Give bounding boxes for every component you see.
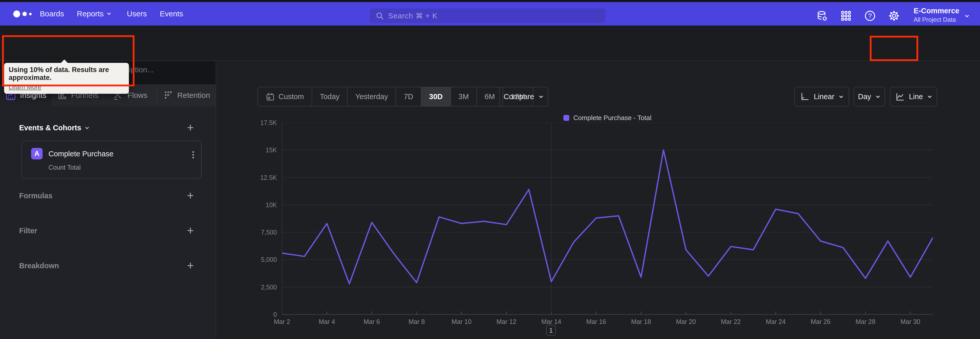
x-axis-tick-label: Mar 2 xyxy=(274,318,290,325)
divider xyxy=(216,61,216,339)
event-name[interactable]: Complete Purchase xyxy=(48,150,114,158)
x-axis-tick-label: Mar 6 xyxy=(364,318,380,325)
range-button-30d[interactable]: 30D xyxy=(422,87,451,106)
event-options-icon[interactable] xyxy=(192,150,194,160)
chevron-down-icon xyxy=(538,94,544,100)
y-axis-tick-label: 15K xyxy=(249,146,277,154)
x-axis-tick-label: Mar 4 xyxy=(319,318,335,325)
settings-gear-icon[interactable] xyxy=(888,10,900,22)
interval-select[interactable]: Day xyxy=(854,87,885,107)
project-switcher[interactable]: E-Commerce All Project Data xyxy=(914,6,959,23)
interval-label: Day xyxy=(858,93,871,101)
chevron-down-icon xyxy=(838,94,844,100)
scale-label: Linear xyxy=(814,93,835,101)
top-navbar: Boards Reports Users Events Search ⌘ + K… xyxy=(0,2,980,26)
x-axis-tick-label: Mar 8 xyxy=(409,318,425,325)
range-label: Today xyxy=(320,93,339,101)
report-header: Untitled Sampled + Add description... ••… xyxy=(0,26,980,61)
event-card[interactable]: A Complete Purchase Count Total xyxy=(21,141,202,179)
series-letter-badge: A xyxy=(31,148,43,160)
sampling-tooltip: Using 10% of data. Results are approxima… xyxy=(4,63,129,94)
tooltip-text: Using 10% of data. Results are approxima… xyxy=(9,66,124,82)
help-icon[interactable]: ? xyxy=(864,10,876,22)
range-button-yesterday[interactable]: Yesterday xyxy=(348,87,396,106)
x-axis-tick-label: Mar 26 xyxy=(811,318,830,325)
nav-label: Reports xyxy=(77,10,103,18)
tab-retention[interactable]: Retention xyxy=(157,84,216,106)
date-range-control: CustomTodayYesterday7D30D3M6M12M xyxy=(258,87,533,107)
data-management-icon[interactable] xyxy=(816,10,828,22)
nav-label: Users xyxy=(127,10,147,18)
range-button-today[interactable]: Today xyxy=(312,87,348,106)
line-chart[interactable] xyxy=(282,123,933,315)
legend-label: Complete Purchase - Total xyxy=(573,114,652,122)
range-button-3m[interactable]: 3M xyxy=(451,87,477,106)
nav-item-events[interactable]: Events xyxy=(160,2,183,26)
project-name: E-Commerce xyxy=(914,6,959,15)
chevron-down-icon xyxy=(106,11,112,17)
compare-label: Compare xyxy=(504,93,534,101)
chart-legend[interactable]: Complete Purchase - Total xyxy=(563,114,652,122)
pagination-page-1[interactable]: 1 xyxy=(546,325,556,336)
section-label: Events & Cohorts xyxy=(19,124,81,132)
line-chart-icon xyxy=(895,92,905,102)
compare-button[interactable]: Compare xyxy=(499,87,548,107)
add-filter-button[interactable]: + xyxy=(184,225,197,237)
range-button-7d[interactable]: 7D xyxy=(396,87,422,106)
x-axis-tick-label: Mar 18 xyxy=(631,318,651,325)
y-axis-tick-label: 12.5K xyxy=(249,174,277,181)
nav-label: Events xyxy=(160,10,183,18)
chevron-down-icon xyxy=(964,13,970,19)
range-label: Custom xyxy=(278,93,304,101)
search-icon xyxy=(375,11,384,20)
svg-text:?: ? xyxy=(868,12,872,19)
range-button-custom[interactable]: Custom xyxy=(258,87,312,106)
project-scope: All Project Data xyxy=(914,16,959,23)
range-label: 30D xyxy=(429,93,442,101)
nav-item-users[interactable]: Users xyxy=(127,2,147,26)
events-cohorts-header[interactable]: Events & Cohorts xyxy=(19,124,90,132)
x-axis-tick-label: Mar 22 xyxy=(721,318,741,325)
chevron-down-icon xyxy=(84,125,90,131)
search-input[interactable]: Search ⌘ + K xyxy=(370,8,605,23)
mixpanel-logo[interactable] xyxy=(13,10,41,18)
nav-item-boards[interactable]: Boards xyxy=(40,2,64,26)
app-root: Boards Reports Users Events Search ⌘ + K… xyxy=(0,0,980,339)
nav-item-reports[interactable]: Reports xyxy=(77,2,112,26)
tab-label: Flows xyxy=(127,91,147,100)
chart-type-select[interactable]: Line xyxy=(890,87,937,107)
retention-icon xyxy=(162,90,174,101)
scale-select[interactable]: Linear xyxy=(794,87,849,107)
add-formula-button[interactable]: + xyxy=(184,190,197,202)
filter-label: Filter xyxy=(19,227,37,235)
x-axis-tick-label: Mar 14 xyxy=(541,318,561,325)
add-breakdown-button[interactable]: + xyxy=(184,260,197,272)
x-axis-tick-label: Mar 20 xyxy=(676,318,696,325)
x-axis-tick-label: Mar 10 xyxy=(452,318,472,325)
y-axis-tick-label: 0 xyxy=(249,311,277,318)
x-axis-tick-label: Mar 12 xyxy=(496,318,516,325)
x-axis-tick-label: Mar 24 xyxy=(766,318,786,325)
y-axis-tick-label: 17.5K xyxy=(249,119,277,126)
chevron-down-icon xyxy=(927,94,932,100)
learn-more-link[interactable]: Learn More xyxy=(9,83,124,91)
legend-swatch xyxy=(563,115,570,121)
tab-label: Retention xyxy=(177,91,210,100)
y-axis-tick-label: 10K xyxy=(249,201,277,209)
event-metric[interactable]: Count Total xyxy=(48,164,81,171)
chart-type-label: Line xyxy=(909,93,923,101)
nav-label: Boards xyxy=(40,10,64,18)
x-axis-tick-label: Mar 30 xyxy=(900,318,920,325)
range-label: 7D xyxy=(404,93,413,101)
add-event-button[interactable]: + xyxy=(184,122,197,134)
formulas-label: Formulas xyxy=(19,192,52,200)
calendar-icon xyxy=(266,92,275,101)
apps-grid-icon[interactable] xyxy=(840,10,852,22)
breakdown-label: Breakdown xyxy=(19,262,59,270)
y-axis-tick-label: 2,500 xyxy=(249,283,277,291)
x-axis-tick-label: Mar 16 xyxy=(586,318,606,325)
chevron-down-icon xyxy=(875,94,881,100)
y-axis-tick-label: 5,000 xyxy=(249,256,277,263)
x-axis-tick-label: Mar 28 xyxy=(856,318,875,325)
range-label: 3M xyxy=(458,93,469,101)
